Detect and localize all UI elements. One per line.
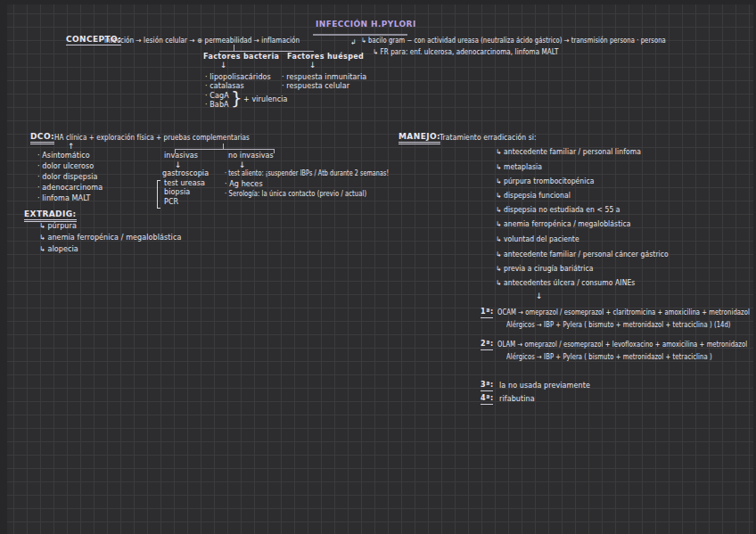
- virulencia-note: + virulencia: [243, 95, 288, 104]
- bacteria-item: · lipopolisacáridos: [205, 73, 271, 82]
- manejo-item: ↳ voluntad del paciente: [496, 235, 579, 244]
- down-arrow-icon: ↓: [175, 160, 182, 169]
- dco-label: DCO:: [30, 132, 54, 144]
- clinica-item: · adenocarcinoma: [37, 184, 103, 193]
- title-underline: [313, 34, 407, 36]
- factores-bacteria-title: Factores bacteria: [203, 53, 279, 62]
- manejo-item: ↳ metaplasia: [496, 163, 542, 172]
- linea-1-sub: Alérgicos → IBP + Pylera ( bismuto + met…: [506, 321, 731, 330]
- manejo-label: MANEJO:: [399, 132, 440, 144]
- note-canvas[interactable]: INFECCIÓN H.PYLORI CONCEPTO: infección →…: [0, 0, 756, 534]
- manejo-item: ↳ antecedente familiar / personal linfom…: [496, 148, 641, 157]
- connector-line: [175, 149, 275, 150]
- linea-3-text: la no usada previamente: [499, 382, 590, 390]
- down-arrow-icon: ↓: [220, 61, 227, 70]
- page-edge-left: [0, 0, 7, 534]
- extradig-item: ↳ púrpura: [39, 222, 77, 231]
- clinica-item: · dolor ulceroso: [37, 162, 94, 171]
- bacteria-item: · BabA: [205, 101, 229, 110]
- dco-line: HA clínica + exploración física + prueba…: [54, 134, 250, 143]
- concepto-bullet-1: ↳ bacilo gram − con actividad ureasa (ne…: [361, 37, 666, 45]
- extradig-item: ↳ anemia ferropénica / megaloblástica: [39, 234, 181, 242]
- manejo-item: ↳ antecedente familiar / personal cáncer…: [496, 251, 669, 259]
- clinica-item: · Asintomático: [37, 152, 90, 160]
- clinica-item: · dolor dispepsia: [37, 173, 98, 182]
- up-arrow-icon: ↑: [68, 142, 75, 151]
- linea-2-num: 2ª:: [481, 340, 493, 350]
- no-invasivas-item: · test aliento: ¡suspender IBPs / Atb du…: [225, 169, 389, 178]
- concepto-bullet-2: ↳ FR para: enf. ulcerosa, adenocarcinoma…: [373, 48, 558, 57]
- manejo-item: ↳ púrpura trombocitopénica: [496, 177, 595, 186]
- linea-2-sub: Alérgicos → IBP + Pylera ( bismuto + met…: [506, 353, 712, 362]
- manejo-item: ↳ previa a cirugía bariátrica: [496, 265, 593, 274]
- no-invasivas-item: · Ag heces: [225, 180, 263, 189]
- linea-3-num: 3ª:: [481, 381, 493, 391]
- invasivas-item: PCR: [164, 198, 178, 207]
- linea-4-num: 4ª:: [481, 394, 493, 405]
- clinica-item: · linfoma MALT: [37, 194, 91, 203]
- linea-2-text: OLAM → omeprazol / esomeprazol + levoflo…: [497, 341, 747, 349]
- extradig-item: ↳ alopecia: [39, 245, 78, 254]
- invasivas-title: invasivas: [164, 152, 198, 160]
- linea-4-text: rifabutina: [499, 395, 535, 404]
- connector-line: [219, 51, 314, 52]
- return-arrow-mark: ↲: [350, 38, 357, 47]
- huesped-item: · respuesta celular: [282, 82, 349, 91]
- linea-1-num: 1ª:: [481, 308, 493, 318]
- manejo-line: Tratamiento erradicación si:: [440, 134, 537, 143]
- factores-huesped-title: Factores huésped: [287, 53, 364, 62]
- brace-glyph: }: [231, 89, 242, 107]
- down-arrow-icon: ↓: [309, 61, 316, 70]
- no-invasivas-title: no invasivas: [228, 152, 274, 160]
- connector-line: [274, 149, 275, 153]
- extradig-label: EXTRADIG:: [24, 209, 77, 222]
- down-arrow-icon: ↓: [239, 160, 246, 169]
- manejo-item: ↳ antecedentes úlcera / consumo AINEs: [496, 279, 635, 288]
- bracket-line: [157, 180, 160, 209]
- linea-1-text: OCAM → omeprazol / esomeprazol + claritr…: [497, 308, 750, 317]
- bacteria-item: · CagA: [205, 92, 229, 101]
- manejo-item: ↳ dispepsia no estudiada en < 55 a: [496, 206, 620, 215]
- page-edge-top: [0, 0, 756, 4]
- huesped-item: · respuesta inmunitaria: [282, 73, 366, 82]
- manejo-item: ↳ anemia ferropénica / megaloblástica: [496, 220, 630, 229]
- page-title: INFECCIÓN H.PYLORI: [316, 20, 416, 29]
- invasivas-item: test ureasa: [164, 179, 205, 188]
- manejo-item: ↳ dispepsia funcional: [496, 192, 571, 201]
- connector-line: [234, 45, 234, 51]
- no-invasivas-item: · Serología: la única contacto (previo /…: [225, 190, 366, 199]
- invasivas-item: biopsia: [164, 188, 190, 197]
- down-arrow-icon: ↓: [536, 292, 543, 300]
- concepto-flow: infección → lesión celular → ⊕ permeabil…: [104, 37, 300, 45]
- invasivas-main: gastroscopia: [162, 169, 209, 178]
